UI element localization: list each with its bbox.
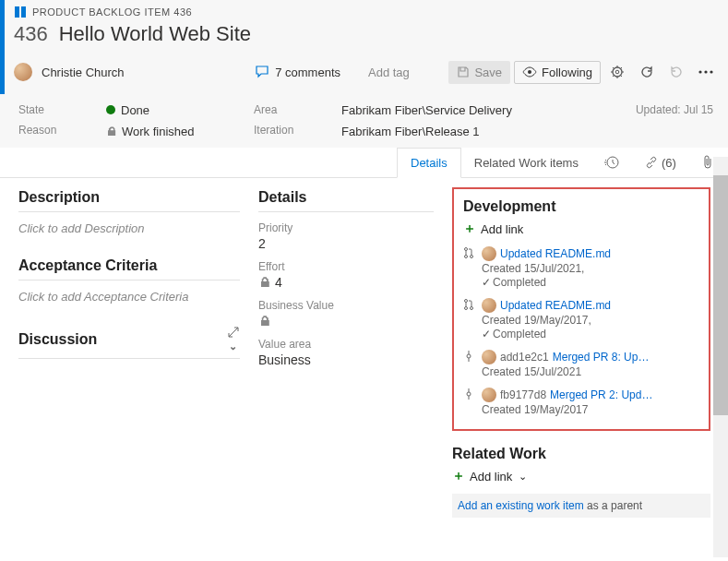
area-value[interactable]: Fabrikam Fiber\Service Delivery bbox=[341, 103, 512, 117]
commit-icon bbox=[463, 388, 476, 416]
svg-point-6 bbox=[704, 70, 707, 73]
dev-link-status: ✓Completed bbox=[482, 328, 611, 340]
svg-rect-0 bbox=[15, 6, 19, 18]
tab-details[interactable]: Details bbox=[397, 148, 461, 178]
updated-timestamp: Updated: Jul 15 bbox=[636, 103, 713, 116]
author-avatar bbox=[482, 298, 496, 313]
value-area-label: Value area bbox=[258, 338, 434, 351]
state-dot-icon bbox=[106, 105, 115, 114]
dev-link-title[interactable]: Merged PR 8: Up… bbox=[553, 351, 650, 364]
reason-value[interactable]: 🔒︎Work finished bbox=[106, 125, 217, 138]
svg-point-4 bbox=[615, 70, 619, 74]
work-item-type-icon bbox=[14, 6, 27, 18]
dev-link-subtitle: Created 19/May/2017 bbox=[482, 403, 652, 416]
pull-request-icon bbox=[463, 298, 476, 340]
svg-point-2 bbox=[528, 70, 531, 74]
acceptance-heading: Acceptance Criteria bbox=[18, 257, 240, 274]
tab-links[interactable]: (6) bbox=[632, 149, 689, 177]
svg-point-5 bbox=[698, 70, 701, 73]
priority-value[interactable]: 2 bbox=[258, 236, 434, 251]
comments-count: 7 comments bbox=[275, 66, 340, 79]
effort-label: Effort bbox=[258, 260, 434, 273]
details-heading: Details bbox=[258, 189, 434, 206]
svg-point-14 bbox=[471, 307, 473, 310]
undo-icon bbox=[669, 65, 684, 79]
svg-rect-1 bbox=[21, 6, 26, 18]
author-avatar bbox=[482, 350, 496, 364]
related-add-link-button[interactable]: ＋Add link⌄ bbox=[452, 468, 710, 484]
commit-icon bbox=[463, 350, 476, 378]
tab-history[interactable] bbox=[591, 148, 632, 177]
author-avatar bbox=[482, 388, 496, 402]
refresh-icon bbox=[639, 65, 654, 79]
lock-icon: 🔒︎ bbox=[258, 314, 271, 328]
work-item-id: 436 bbox=[14, 22, 48, 46]
tab-related-work[interactable]: Related Work items bbox=[461, 149, 591, 177]
assignee-avatar[interactable] bbox=[14, 63, 32, 81]
value-area-value[interactable]: Business bbox=[258, 352, 434, 367]
attachment-icon bbox=[702, 155, 713, 170]
state-value[interactable]: Done bbox=[106, 103, 217, 117]
svg-point-16 bbox=[467, 392, 471, 396]
related-work-heading: Related Work bbox=[452, 446, 710, 462]
development-heading: Development bbox=[463, 198, 699, 215]
gear-icon bbox=[610, 65, 625, 79]
svg-point-15 bbox=[467, 354, 471, 358]
iteration-value[interactable]: Fabrikam Fiber\Release 1 bbox=[341, 125, 512, 138]
svg-point-13 bbox=[465, 307, 468, 310]
lock-icon: 🔒︎ bbox=[106, 125, 118, 138]
work-item-type-label: PRODUCT BACKLOG ITEM 436 bbox=[32, 6, 192, 18]
settings-button[interactable] bbox=[604, 59, 630, 85]
eye-icon bbox=[522, 66, 537, 78]
reason-label: Reason bbox=[18, 124, 69, 137]
assignee-name[interactable]: Christie Church bbox=[42, 66, 125, 79]
dev-link-item: Updated README.md Created 15/Jul/2021, ✓… bbox=[463, 246, 699, 289]
dev-link-subtitle: Created 15/Jul/2021 bbox=[482, 365, 649, 378]
development-panel: Development ＋Add link Updated README.md … bbox=[452, 187, 710, 431]
refresh-button[interactable] bbox=[634, 59, 660, 85]
svg-point-11 bbox=[471, 256, 473, 258]
add-existing-work-item-button[interactable]: Add an existing work item as a parent bbox=[452, 494, 710, 518]
effort-value[interactable]: 🔒︎4 bbox=[258, 275, 434, 290]
dev-link-title[interactable]: Updated README.md bbox=[500, 299, 611, 312]
comment-icon bbox=[256, 66, 270, 78]
check-icon: ✓ bbox=[482, 276, 491, 289]
business-value-value[interactable]: 🔒︎ bbox=[258, 314, 434, 328]
business-value-label: Business Value bbox=[258, 299, 434, 312]
description-heading: Description bbox=[18, 189, 240, 206]
plus-icon: ＋ bbox=[463, 221, 476, 237]
check-icon: ✓ bbox=[482, 328, 491, 340]
commit-hash: fb9177d8 bbox=[500, 388, 546, 401]
area-label: Area bbox=[254, 103, 304, 116]
undo-button[interactable] bbox=[663, 59, 689, 85]
dev-link-title[interactable]: Merged PR 2: Upd… bbox=[550, 388, 652, 401]
dev-link-title[interactable]: Updated README.md bbox=[500, 247, 611, 260]
svg-point-7 bbox=[710, 70, 712, 73]
pull-request-icon bbox=[463, 246, 476, 289]
iteration-label: Iteration bbox=[254, 124, 304, 137]
comments-button[interactable]: 7 comments bbox=[256, 66, 340, 79]
dev-link-item: fb9177d8 Merged PR 2: Upd… Created 19/Ma… bbox=[463, 388, 699, 416]
history-icon bbox=[604, 155, 619, 170]
svg-point-3 bbox=[613, 67, 622, 77]
add-tag-button[interactable]: Add tag bbox=[368, 66, 410, 79]
description-placeholder[interactable]: Click to add Description bbox=[18, 221, 240, 235]
scrollbar-thumb[interactable] bbox=[713, 175, 728, 415]
discussion-expand[interactable]: ⌄ bbox=[227, 326, 240, 352]
author-avatar bbox=[482, 246, 496, 261]
work-item-title[interactable]: Hello World Web Site bbox=[59, 22, 251, 46]
save-button[interactable]: Save bbox=[448, 61, 510, 84]
follow-button[interactable]: Following bbox=[514, 61, 601, 84]
dev-link-subtitle: Created 19/May/2017, bbox=[482, 314, 611, 327]
expand-icon bbox=[227, 326, 240, 339]
dev-link-status: ✓Completed bbox=[482, 276, 611, 289]
plus-icon: ＋ bbox=[452, 468, 465, 484]
acceptance-placeholder[interactable]: Click to add Acceptance Criteria bbox=[18, 290, 240, 304]
commit-hash: add1e2c1 bbox=[500, 351, 549, 364]
vertical-scrollbar[interactable] bbox=[713, 157, 728, 557]
priority-label: Priority bbox=[258, 221, 434, 234]
more-actions-button[interactable] bbox=[693, 59, 719, 85]
dev-add-link-button[interactable]: ＋Add link bbox=[463, 221, 699, 237]
chevron-down-icon: ⌄ bbox=[229, 340, 237, 352]
discussion-heading: Discussion ⌄ bbox=[18, 326, 240, 352]
